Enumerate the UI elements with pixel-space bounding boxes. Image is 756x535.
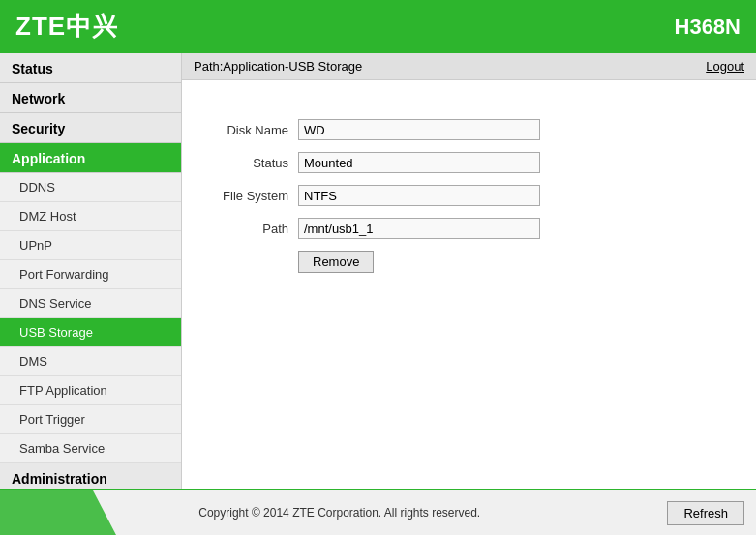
status-input[interactable]: [298, 152, 540, 173]
sidebar-section-application[interactable]: Application: [0, 143, 181, 173]
footer-decor: [0, 490, 116, 535]
file-system-label: File System: [201, 189, 298, 203]
disk-name-row: Disk Name: [201, 119, 737, 140]
logo: ZTE中兴: [15, 10, 118, 44]
disk-name-label: Disk Name: [201, 123, 298, 137]
sidebar-item-port-forwarding[interactable]: Port Forwarding: [0, 260, 181, 289]
sidebar-item-usb-storage[interactable]: USB Storage: [0, 318, 181, 347]
sidebar-item-dms[interactable]: DMS: [0, 347, 181, 376]
refresh-button[interactable]: Refresh: [667, 501, 744, 525]
sidebar-item-port-trigger[interactable]: Port Trigger: [0, 405, 181, 434]
remove-button[interactable]: Remove: [298, 251, 374, 273]
path-input[interactable]: [298, 218, 540, 239]
sidebar-item-dmz-host[interactable]: DMZ Host: [0, 202, 181, 231]
content-area: Path:Application-USB Storage Logout Disk…: [182, 53, 756, 489]
status-row: Status: [201, 152, 737, 173]
sidebar-item-dns-service[interactable]: DNS Service: [0, 289, 181, 318]
sidebar-item-ftp-application[interactable]: FTP Application: [0, 376, 181, 405]
main-layout: Status Network Security Application DDNS…: [0, 53, 756, 489]
sidebar: Status Network Security Application DDNS…: [0, 53, 182, 489]
sidebar-section-administration[interactable]: Administration: [0, 463, 181, 489]
footer: Copyright © 2014 ZTE Corporation. All ri…: [0, 489, 756, 535]
breadcrumb: Path:Application-USB Storage: [194, 59, 362, 74]
footer-copyright: Copyright © 2014 ZTE Corporation. All ri…: [12, 506, 667, 520]
usb-storage-form: Disk Name Status File System Path Remove: [201, 119, 737, 273]
breadcrumb-bar: Path:Application-USB Storage Logout: [182, 53, 756, 80]
path-row: Path: [201, 218, 737, 239]
sidebar-section-network[interactable]: Network: [0, 83, 181, 113]
file-system-row: File System: [201, 185, 737, 206]
path-label: Path: [201, 222, 298, 236]
sidebar-item-samba-service[interactable]: Samba Service: [0, 434, 181, 463]
model-number: H368N: [675, 15, 741, 40]
status-label: Status: [201, 156, 298, 170]
disk-name-input[interactable]: [298, 119, 540, 140]
logout-link[interactable]: Logout: [706, 59, 744, 74]
remove-row: Remove: [201, 251, 737, 273]
sidebar-section-security[interactable]: Security: [0, 113, 181, 143]
content-body: Disk Name Status File System Path Remove: [182, 80, 756, 489]
file-system-input[interactable]: [298, 185, 540, 206]
sidebar-item-ddns[interactable]: DDNS: [0, 173, 181, 202]
sidebar-section-status[interactable]: Status: [0, 53, 181, 83]
header: ZTE中兴 H368N: [0, 0, 756, 53]
sidebar-item-upnp[interactable]: UPnP: [0, 231, 181, 260]
